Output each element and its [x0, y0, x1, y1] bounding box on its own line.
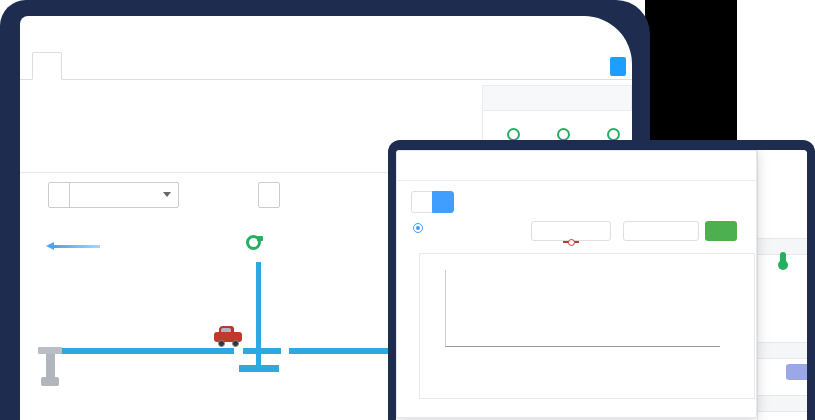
compare-header	[758, 342, 807, 359]
tab-monitor-report[interactable]	[99, 52, 127, 80]
end-time-input[interactable]	[623, 221, 699, 241]
bridge-pier	[41, 377, 59, 386]
legend-panel-header	[482, 85, 632, 111]
tab-realtime-curve[interactable]	[411, 191, 433, 213]
bridge-pier	[46, 354, 55, 377]
tab-bridge-monitor[interactable]	[32, 52, 62, 80]
tower-footing	[239, 365, 279, 372]
right-panel	[757, 150, 807, 420]
dialog-tab-group	[411, 191, 454, 213]
recent-range-row	[413, 223, 429, 233]
thermometer-icon[interactable]	[780, 252, 786, 266]
section-select-label	[49, 183, 70, 207]
dialog-window	[396, 150, 807, 420]
background-block	[645, 0, 737, 148]
car-image	[214, 326, 242, 348]
main-tab-bar	[20, 52, 632, 80]
chart	[419, 253, 755, 399]
start-time-input[interactable]	[531, 221, 611, 241]
enlarge-section-button[interactable]	[258, 182, 280, 208]
query-button[interactable]	[705, 221, 737, 241]
compare-analysis-button[interactable]	[786, 364, 807, 380]
legend-line-marker-icon	[563, 241, 579, 243]
realtime-curve-dialog	[396, 150, 757, 418]
video-monitor-button[interactable]	[610, 57, 626, 76]
recent-two-months-radio[interactable]	[413, 223, 423, 233]
section-select-group	[48, 182, 179, 208]
deck-joint	[281, 348, 289, 354]
section-dropdown[interactable]	[70, 183, 178, 207]
bridge-pier	[38, 347, 62, 354]
tab-realtime-data[interactable]	[66, 52, 94, 80]
point-list-footer[interactable]	[758, 395, 807, 412]
camera-icon[interactable]	[246, 235, 261, 250]
chevron-down-icon	[163, 192, 171, 197]
chart-plot-area	[445, 270, 720, 347]
car-wheel	[232, 340, 239, 347]
dialog-header	[397, 151, 756, 181]
car-wheel	[218, 340, 225, 347]
tab-cable-alarm[interactable]	[164, 52, 192, 80]
tab-ipc-resource[interactable]	[131, 52, 159, 80]
chart-legend[interactable]	[563, 241, 583, 243]
deck-joint	[234, 348, 243, 354]
tab-monitor-playback[interactable]	[432, 191, 454, 213]
chart-series	[446, 270, 720, 346]
